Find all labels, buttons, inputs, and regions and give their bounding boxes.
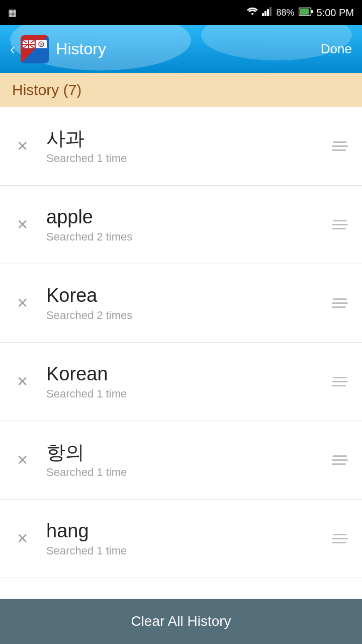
delete-item-button[interactable]: ✕ <box>10 291 34 315</box>
drag-handle[interactable] <box>328 213 352 237</box>
battery-icon <box>299 8 313 18</box>
delete-item-button[interactable]: ✕ <box>10 134 34 158</box>
item-content: 사과 Searched 1 time <box>34 127 328 166</box>
reorder-icon <box>332 141 348 151</box>
svg-text:한: 한 <box>39 42 44 47</box>
drag-handle[interactable] <box>328 527 352 551</box>
item-searched-count: Searched 1 time <box>46 387 328 400</box>
reorder-icon <box>332 377 348 386</box>
item-searched-count: Searched 1 time <box>46 544 328 557</box>
drag-handle[interactable] <box>328 448 352 472</box>
item-content: apple Searched 2 times <box>34 206 328 244</box>
sim-icon: ▦ <box>8 8 17 18</box>
history-list: ✕ 사과 Searched 1 time ✕ apple Searched 2 … <box>0 107 362 599</box>
item-word: Korea <box>46 284 328 307</box>
back-button[interactable]: ‹ <box>10 41 15 57</box>
item-content: Korea Searched 2 times <box>34 284 328 323</box>
svg-rect-6 <box>311 10 313 13</box>
svg-rect-3 <box>269 7 272 16</box>
signal-icon <box>262 7 272 19</box>
drag-handle[interactable] <box>328 291 352 315</box>
list-item: ✕ 사과 Searched 1 time <box>0 107 362 186</box>
item-content: hang Searched 1 time <box>34 520 328 558</box>
reorder-icon <box>332 298 348 308</box>
done-button[interactable]: Done <box>321 41 352 57</box>
svg-rect-2 <box>267 9 269 16</box>
item-word: hang <box>46 520 328 543</box>
close-icon: ✕ <box>17 375 28 389</box>
app-icon: 한 <box>21 35 49 63</box>
toolbar: ‹ 한 History Done <box>0 25 362 73</box>
svg-rect-5 <box>300 9 309 15</box>
reorder-icon <box>332 534 348 543</box>
item-searched-count: Searched 1 time <box>46 152 328 165</box>
item-searched-count: Searched 2 times <box>46 230 328 244</box>
item-word: apple <box>46 206 328 229</box>
item-searched-count: Searched 2 times <box>46 309 328 322</box>
battery-percentage: 88% <box>276 8 294 18</box>
item-word: Korean <box>46 363 328 386</box>
clear-all-history-button[interactable]: Clear All History <box>0 599 362 644</box>
list-item: ✕ hang Searched 1 time <box>0 500 362 578</box>
reorder-icon <box>332 220 348 229</box>
toolbar-title: History <box>56 40 321 58</box>
svg-rect-1 <box>264 11 266 16</box>
close-icon: ✕ <box>17 453 28 467</box>
delete-item-button[interactable]: ✕ <box>10 527 34 551</box>
list-item: ✕ Korean Searched 1 time <box>0 343 362 421</box>
list-item: ✕ 항의 Searched 1 time <box>0 421 362 500</box>
close-icon: ✕ <box>17 532 28 546</box>
clear-all-history-label: Clear All History <box>131 613 231 629</box>
section-header: History (7) <box>0 73 362 107</box>
status-bar: ▦ 88% 5:00 PM <box>0 0 362 25</box>
delete-item-button[interactable]: ✕ <box>10 213 34 237</box>
wifi-icon <box>247 7 258 19</box>
svg-rect-0 <box>262 13 264 16</box>
drag-handle[interactable] <box>328 134 352 158</box>
close-icon: ✕ <box>17 296 28 310</box>
item-searched-count: Searched 1 time <box>46 466 328 479</box>
item-content: 항의 Searched 1 time <box>34 441 328 479</box>
close-icon: ✕ <box>17 218 28 232</box>
list-item: ✕ apple Searched 2 times <box>0 186 362 264</box>
item-word: 사과 <box>46 127 328 150</box>
close-icon: ✕ <box>17 139 28 153</box>
list-item: ✕ Korea Searched 2 times <box>0 264 362 343</box>
reorder-icon <box>332 455 348 465</box>
item-word: 항의 <box>46 441 328 464</box>
delete-item-button[interactable]: ✕ <box>10 448 34 472</box>
delete-item-button[interactable]: ✕ <box>10 370 34 394</box>
drag-handle[interactable] <box>328 370 352 394</box>
item-content: Korean Searched 1 time <box>34 363 328 401</box>
status-time: 5:00 PM <box>317 7 354 19</box>
svg-rect-17 <box>23 44 35 45</box>
section-header-text: History (7) <box>12 82 81 99</box>
